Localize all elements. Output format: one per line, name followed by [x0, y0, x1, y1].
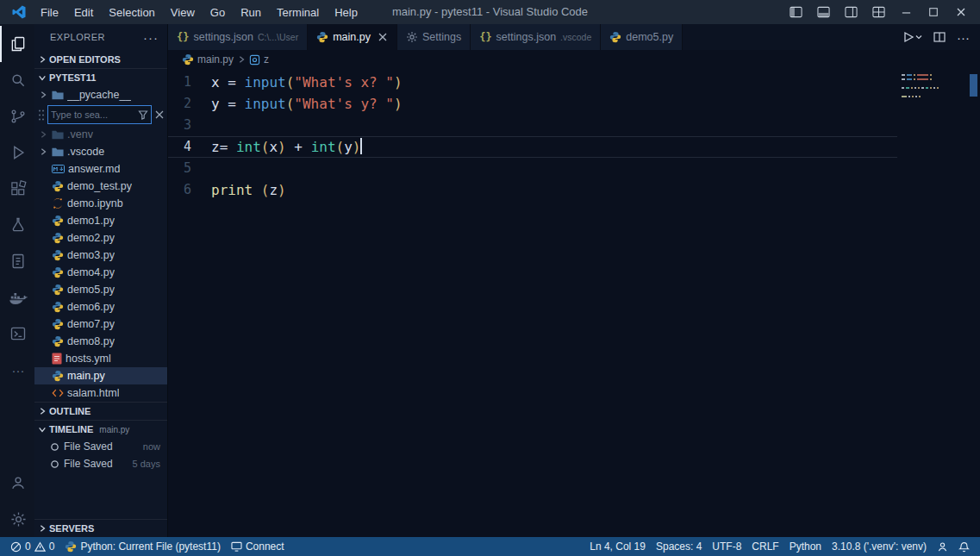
tab-main-py[interactable]: main.py: [308, 24, 397, 50]
menu-help[interactable]: Help: [327, 0, 365, 24]
layout-sidebar-right-button[interactable]: [837, 0, 865, 24]
minimize-button[interactable]: [892, 0, 920, 24]
docker-icon: [9, 290, 28, 306]
section-servers[interactable]: SERVERS: [34, 519, 167, 537]
file-demo8-py[interactable]: demo8.py: [34, 333, 167, 350]
file-demo1-py[interactable]: demo1.py: [34, 212, 167, 229]
menu-selection[interactable]: Selection: [101, 0, 162, 24]
menu-edit[interactable]: Edit: [66, 0, 101, 24]
activity-source-control[interactable]: [0, 98, 34, 134]
minimap[interactable]: [897, 69, 980, 537]
layout-grid-button[interactable]: [865, 0, 892, 24]
tab-settings-json[interactable]: {}settings.jsonC:\...\User: [168, 24, 308, 50]
layout-sidebar-button[interactable]: [782, 0, 809, 24]
file-hosts-yml[interactable]: hosts.yml: [34, 350, 167, 367]
status-notifications[interactable]: [953, 537, 975, 556]
layout-panel-button[interactable]: [809, 0, 837, 24]
activity-terminal[interactable]: [0, 315, 34, 352]
title-bar: FileEditSelectionViewGoRunTerminalHelp m…: [0, 0, 980, 24]
timeline-item[interactable]: File Saved5 days: [34, 455, 167, 472]
activity-extensions[interactable]: [0, 171, 34, 207]
breadcrumb-file[interactable]: main.py: [197, 53, 234, 66]
more-actions-button[interactable]: ···: [957, 31, 970, 44]
file-demo2-py[interactable]: demo2.py: [34, 229, 167, 247]
menu-file[interactable]: File: [33, 0, 66, 24]
menu-view[interactable]: View: [163, 0, 203, 24]
activity-account[interactable]: [0, 465, 34, 501]
python-icon: [52, 180, 64, 192]
activity-settings-gear[interactable]: [0, 501, 34, 537]
grip-icon[interactable]: [38, 109, 45, 122]
split-editor-button[interactable]: [933, 31, 946, 43]
code-editor[interactable]: 1x = input("What's x? ")2y = input("What…: [168, 69, 897, 537]
menu-run[interactable]: Run: [233, 0, 269, 24]
section-open-editors[interactable]: OPEN EDITORS: [34, 50, 167, 68]
activity-search[interactable]: [0, 62, 34, 98]
tree-filter-input[interactable]: [51, 109, 136, 120]
file-demo5-py[interactable]: demo5.py: [34, 281, 167, 298]
tab-settings[interactable]: Settings: [397, 24, 471, 50]
run-button[interactable]: [902, 31, 922, 43]
explorer-more-actions-icon[interactable]: ···: [143, 30, 159, 45]
menu-terminal[interactable]: Terminal: [269, 0, 327, 24]
code-line-5[interactable]: 5: [168, 158, 897, 179]
status-label: Ln 4, Col 19: [590, 540, 646, 553]
code-line-6[interactable]: 6print (z): [168, 179, 897, 201]
status-connect[interactable]: Connect: [226, 537, 290, 556]
sidebar-title: EXPLORER: [50, 32, 105, 42]
file-demo-ipynb[interactable]: demo.ipynb: [34, 195, 167, 212]
section-project-pytest11[interactable]: PYTEST11: [34, 68, 167, 86]
file-answer-md[interactable]: answer.md: [34, 160, 167, 178]
filter-icon[interactable]: [138, 109, 148, 120]
status-python-interpreter[interactable]: 3.10.8 ('.venv': venv): [827, 537, 932, 556]
activity-notebook[interactable]: [0, 243, 34, 279]
activity-testing[interactable]: [0, 207, 34, 243]
python-file-icon: [182, 53, 194, 66]
tab-settings-json[interactable]: {}settings.json.vscode: [471, 24, 601, 50]
code-token: "What's x? ": [294, 74, 394, 91]
activity-explorer[interactable]: [0, 26, 34, 62]
activity-docker[interactable]: [0, 279, 34, 315]
python-icon: [52, 215, 64, 227]
code-line-2[interactable]: 2y = input("What's y? "): [168, 93, 897, 115]
code-line-4[interactable]: 4z= int(x) + int(y): [168, 136, 897, 158]
file-salam-html[interactable]: salam.html: [34, 384, 167, 402]
breadcrumb-symbol[interactable]: z: [264, 53, 269, 66]
status-eol[interactable]: CRLF: [746, 537, 783, 556]
close-filter-icon[interactable]: [154, 109, 165, 120]
file-vscode[interactable]: .vscode: [34, 143, 167, 160]
problems-indicator[interactable]: 00: [5, 537, 59, 556]
menu-go[interactable]: Go: [203, 0, 233, 24]
file-main-py[interactable]: main.py: [34, 367, 167, 384]
section-timeline[interactable]: TIMELINE main.py: [34, 420, 167, 438]
close-button[interactable]: [947, 0, 975, 24]
tab-demo5-py[interactable]: demo5.py: [601, 24, 683, 50]
close-icon[interactable]: [378, 32, 388, 42]
file-demo4-py[interactable]: demo4.py: [34, 264, 167, 281]
timeline-item[interactable]: File Savednow: [34, 438, 167, 455]
code-line-3[interactable]: 3: [168, 115, 897, 136]
scroll-position-marker: [970, 74, 977, 97]
activity-more[interactable]: ···: [0, 352, 34, 388]
status-feedback[interactable]: [932, 537, 953, 556]
maximize-button[interactable]: [920, 0, 947, 24]
file-demo7-py[interactable]: demo7.py: [34, 315, 167, 333]
status-indentation[interactable]: Spaces: 4: [651, 537, 707, 556]
status-python-run-config[interactable]: Python: Current File (pytest11): [59, 537, 226, 556]
file-demo6-py[interactable]: demo6.py: [34, 298, 167, 315]
file-pycache[interactable]: __pycache__: [34, 86, 167, 103]
code-line-1[interactable]: 1x = input("What's x? "): [168, 72, 897, 93]
status-language-mode[interactable]: Python: [784, 537, 827, 556]
file-venv[interactable]: .venv: [34, 126, 167, 143]
status-label: Python: [790, 540, 821, 553]
chevron-down-icon: [915, 34, 922, 41]
file-demo-test-py[interactable]: demo_test.py: [34, 178, 167, 195]
section-outline[interactable]: OUTLINE: [34, 402, 167, 420]
code-token: [253, 182, 261, 198]
tree-filter-box[interactable]: [47, 105, 152, 124]
activity-run-debug[interactable]: [0, 134, 34, 171]
overview-ruler[interactable]: [968, 74, 980, 537]
file-demo3-py[interactable]: demo3.py: [34, 247, 167, 264]
status-cursor-position[interactable]: Ln 4, Col 19: [584, 537, 651, 556]
status-encoding[interactable]: UTF-8: [707, 537, 746, 556]
